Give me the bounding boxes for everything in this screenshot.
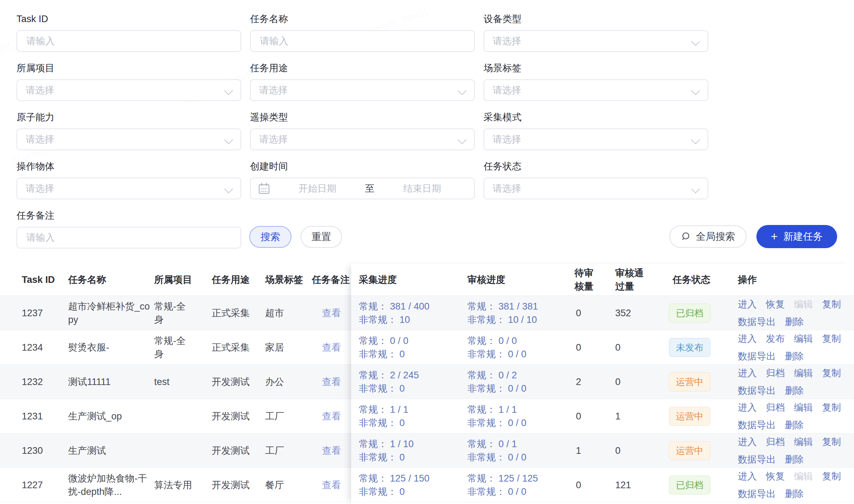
action-link[interactable]: 数据导出 (738, 315, 776, 329)
remark-view-link[interactable]: 查看 (312, 341, 351, 354)
teleop-type-select[interactable]: 请选择 (250, 128, 475, 150)
cell-collect-progress: 常规： 1 / 1非常规： 0 (359, 403, 464, 430)
remark-view-link[interactable]: 查看 (312, 444, 351, 457)
cell-purpose: 开发测试 (212, 478, 261, 492)
cell-review-progress: 常规： 1 / 1非常规： 0 / 0 (467, 403, 569, 430)
action-link[interactable]: 编辑 (794, 366, 813, 380)
cell-review-progress: 常规： 0 / 1非常规： 0 / 0 (467, 437, 569, 464)
remark-view-link[interactable]: 查看 (312, 410, 351, 423)
table-row: 常规： 1 / 1非常规： 0 常规： 1 / 1非常规： 0 / 0 0 1 … (351, 399, 854, 433)
status-badge: 运营中 (669, 441, 710, 460)
cell-collect-progress: 常规： 125 / 150非常规： 0 (359, 472, 464, 498)
action-link[interactable]: 数据导出 (738, 350, 776, 363)
project-select[interactable]: 请选择 (17, 79, 241, 101)
action-link[interactable]: 复制 (822, 332, 841, 345)
device-type-select[interactable]: 请选择 (484, 30, 708, 52)
action-link[interactable]: 恢复 (766, 470, 785, 483)
action-link[interactable]: 删除 (785, 453, 804, 466)
field-atomic-ability: 原子能力 请选择 (17, 112, 241, 150)
cell-status: 运营中 (669, 372, 736, 391)
action-link[interactable]: 删除 (785, 315, 804, 329)
action-link[interactable]: 归档 (766, 435, 785, 449)
action-link[interactable]: 进入 (738, 298, 757, 311)
action-link[interactable]: 删除 (785, 487, 804, 500)
action-link[interactable]: 编辑 (794, 435, 813, 449)
action-link[interactable]: 删除 (785, 384, 804, 397)
action-link[interactable]: 进入 (738, 366, 757, 380)
cell-operations: 进入 发布 编辑 复制 数据导出 删除 (738, 332, 854, 363)
object-select[interactable]: 请选择 (17, 178, 241, 199)
action-link[interactable]: 复制 (822, 401, 841, 414)
cell-name: 测试11111 (68, 375, 151, 389)
action-link[interactable]: 复制 (822, 435, 841, 449)
cell-name: 生产测试_op (68, 410, 151, 423)
cell-name: 微波炉加热食物-干扰-depth降... (68, 472, 151, 498)
chevron-down-icon (458, 135, 466, 144)
reset-button[interactable]: 重置 (301, 226, 342, 248)
start-date-placeholder[interactable]: 开始日期 (272, 182, 362, 195)
status-badge: 已归档 (669, 476, 710, 495)
action-link[interactable]: 进入 (738, 401, 757, 414)
action-link[interactable]: 进入 (738, 470, 757, 483)
table-row: 1230 生产测试 开发测试 工厂 查看 (0, 433, 351, 468)
action-link[interactable]: 编辑 (794, 401, 813, 414)
cell-task-id: 1230 (22, 444, 60, 457)
collect-mode-select[interactable]: 请选择 (484, 128, 708, 150)
end-date-placeholder[interactable]: 结束日期 (377, 182, 467, 195)
remark-view-link[interactable]: 查看 (312, 306, 351, 320)
action-link[interactable]: 归档 (766, 366, 785, 380)
search-button[interactable]: 搜索 (249, 226, 291, 248)
action-link[interactable]: 归档 (766, 401, 785, 414)
cell-status: 运营中 (669, 441, 736, 460)
action-link[interactable]: 发布 (766, 332, 785, 345)
action-link[interactable]: 进入 (738, 332, 757, 345)
task-table: Task ID 任务名称 所属项目 任务用途 场景标签 任务备注 1237 超市… (0, 264, 854, 504)
remark-view-link[interactable]: 查看 (312, 375, 351, 389)
col-header-project: 所属项目 (154, 273, 193, 286)
plus-icon: + (771, 230, 778, 242)
action-link[interactable]: 删除 (785, 418, 804, 432)
status-badge: 运营中 (669, 372, 710, 391)
status-badge: 已归档 (669, 304, 710, 323)
task-id-input[interactable] (26, 35, 232, 47)
action-link[interactable]: 删除 (785, 350, 804, 363)
action-link[interactable]: 数据导出 (738, 418, 776, 432)
global-search-button[interactable]: 全局搜索 (669, 225, 747, 248)
action-link[interactable]: 复制 (822, 470, 841, 483)
task-id-input-box[interactable] (17, 30, 241, 52)
calendar-icon (258, 182, 270, 195)
remark-view-link[interactable]: 查看 (312, 478, 351, 492)
field-task-remark: 任务备注 (17, 210, 241, 248)
action-link[interactable]: 进入 (738, 435, 757, 449)
action-link[interactable]: 数据导出 (738, 384, 776, 397)
action-link[interactable]: 复制 (822, 366, 841, 380)
search-icon (681, 231, 691, 242)
chevron-down-icon (691, 37, 700, 46)
field-purpose: 任务用途 请选择 (250, 62, 475, 101)
field-label: 任务用途 (250, 62, 475, 74)
cell-scene: 餐厅 (265, 478, 307, 492)
cell-status: 已归档 (669, 476, 736, 495)
action-link[interactable]: 复制 (822, 298, 841, 311)
new-task-button[interactable]: + 新建任务 (756, 225, 837, 248)
action-link[interactable]: 编辑 (794, 332, 813, 345)
field-create-time: 创建时间 开始日期 至 结束日期 (250, 161, 475, 199)
field-label: 任务名称 (250, 13, 475, 25)
col-header-name: 任务名称 (68, 273, 151, 286)
atomic-ability-select[interactable]: 请选择 (17, 128, 241, 150)
task-name-input-box[interactable] (250, 30, 475, 52)
cell-approved: 121 (615, 478, 657, 492)
task-remark-input[interactable] (26, 232, 232, 244)
action-link[interactable]: 恢复 (766, 298, 785, 311)
task-name-input[interactable] (259, 35, 466, 47)
task-status-select[interactable]: 请选择 (484, 178, 708, 199)
field-label: 原子能力 (17, 112, 241, 123)
scene-tag-select[interactable]: 请选择 (484, 79, 708, 101)
action-link[interactable]: 数据导出 (738, 487, 776, 500)
cell-approved: 0 (615, 444, 657, 457)
action-link[interactable]: 数据导出 (738, 453, 776, 466)
task-remark-input-box[interactable] (17, 227, 241, 248)
purpose-select[interactable]: 请选择 (250, 79, 475, 101)
chevron-down-icon (691, 184, 700, 193)
create-time-range-picker[interactable]: 开始日期 至 结束日期 (250, 178, 475, 199)
